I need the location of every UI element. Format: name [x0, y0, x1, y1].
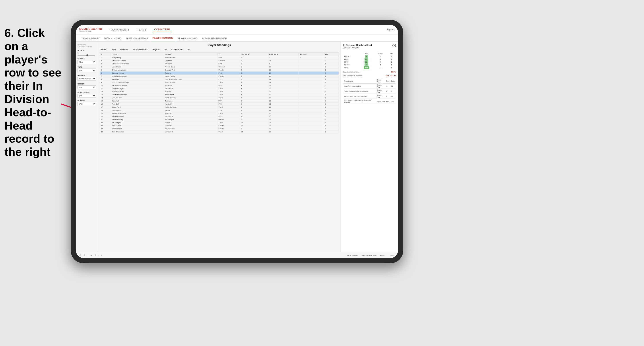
tour-pos: 2: [386, 94, 390, 99]
table-row[interactable]: 7 Nicholas Gabrelcik North Florida Fourt…: [100, 75, 339, 78]
cell-rds: [298, 112, 324, 115]
cell-player: Jake Hall: [111, 100, 164, 103]
h2h-row: 11-25 20 9 5: [343, 58, 396, 61]
cell-player: Tiger Christensen: [111, 112, 164, 115]
app-container: SCOREBOARD Powered by clippi TOURNAMENTS…: [76, 25, 398, 258]
filter-division-value: NCAA Division I: [133, 48, 148, 51]
undo-button[interactable]: ↺: [78, 254, 82, 257]
table-row[interactable]: 12 Brendan Valdes Auburn Third 7 20 0: [100, 90, 339, 93]
cell-conf: 24: [268, 124, 298, 127]
rds-slider-track[interactable]: [78, 55, 95, 55]
tour-col-pos: Pos: [386, 78, 390, 84]
tour-col-score: Score: [390, 78, 396, 84]
update-time-label: Update time:: [78, 44, 96, 46]
cell-school: Auburn: [164, 90, 218, 93]
nav-item-tournaments[interactable]: TOURNAMENTS: [108, 27, 131, 32]
cell-reg: 1: [240, 75, 268, 78]
sub-nav-player-h2h-heatmap[interactable]: PLAYER H2H HEATMAP: [200, 36, 229, 41]
h2h-row: 26-50 22 4 1: [343, 61, 396, 63]
cell-reg: 7: [240, 90, 268, 93]
save-custom-button[interactable]: Save Custom View: [361, 254, 377, 257]
table-row[interactable]: 6 Jackson Koivun Auburn First 2 28 0: [100, 72, 339, 75]
panel-title-container: In Division Head-to-Head Jackson Koivun: [343, 44, 372, 51]
table-row[interactable]: 18 Luke Powell UCLA First 8 24 1: [100, 109, 339, 112]
nav-item-committee[interactable]: COMMITTEE: [152, 27, 172, 32]
cell-win: 1: [324, 131, 339, 134]
cell-win: 1: [324, 121, 339, 124]
gender-select[interactable]: Men: [78, 60, 96, 64]
paste-button[interactable]: ⎘: [94, 254, 97, 257]
cell-conf: 23: [268, 96, 298, 100]
table-title: Player Standings: [100, 43, 339, 47]
cell-rds: [298, 127, 324, 131]
cell-rds: [298, 118, 324, 121]
table-row[interactable]: 23 Jack Lundin Missouri Fourth 11 24 1: [100, 124, 339, 127]
sub-nav-team-h2h-heatmap[interactable]: TEAM H2H HEATMAP: [124, 36, 150, 41]
table-row[interactable]: 20 Matthew Riedel Vanderbilt Fifth 9 25 …: [100, 115, 339, 118]
table-row[interactable]: 2 Michael La Sasso Ole Miss Second 1 18 …: [100, 59, 339, 62]
filter-gender-label: Gender:: [100, 48, 108, 51]
cell-num: 14: [100, 96, 111, 100]
region-select[interactable]: N/A: [78, 85, 96, 89]
sub-nav-player-h2h-grid[interactable]: PLAYER H2H GRID: [176, 36, 200, 41]
share-button[interactable]: Share: [389, 254, 396, 257]
rds-slider-thumb[interactable]: [86, 54, 88, 56]
division-select[interactable]: NCAA Division I: [78, 77, 96, 81]
player-select[interactable]: (All): [78, 102, 96, 106]
nav-item-teams[interactable]: TEAMS: [136, 27, 148, 32]
col-player: Player: [111, 53, 164, 56]
cell-num: 17: [100, 106, 111, 109]
close-panel-button[interactable]: ✕: [392, 44, 396, 47]
cell-school: Missouri: [164, 124, 218, 127]
cell-conf: 23: [268, 112, 298, 115]
table-row[interactable]: 9 Preston Summerhays Arizona State Third…: [100, 81, 339, 84]
redo-button[interactable]: ↻: [83, 254, 86, 257]
cell-player: Gordon Sargent: [111, 87, 164, 90]
sub-nav-player-summary[interactable]: PLAYER SUMMARY: [150, 36, 176, 41]
cell-school: Ole Miss: [164, 59, 218, 62]
table-row[interactable]: 10 Jacob Mau-Olesen Arkansas Fifth 4 23 …: [100, 84, 339, 87]
table-row[interactable]: 25 Cole Sherwood Vanderbilt Third 12 23 …: [100, 131, 339, 134]
cell-school: Washington: [164, 118, 218, 121]
cell-yr: Third: [218, 96, 240, 100]
sub-nav-team-h2h-grid[interactable]: TEAM H2H GRID: [102, 36, 124, 41]
refresh-button[interactable]: ⟳: [100, 254, 104, 257]
table-row[interactable]: 14 Maxwell Ford North Carolina Third 8 2…: [100, 96, 339, 100]
table-row[interactable]: 3 Michael Thorbjornsen Stanford First 1 …: [100, 62, 339, 65]
sign-out-button[interactable]: Sign out: [386, 28, 395, 31]
record-label: W-L-T record in-division:: [343, 75, 362, 77]
division-label: Division: [78, 74, 96, 76]
cell-player: Preston Summerhays: [111, 81, 164, 84]
opponents-value: 98.1%: [391, 71, 396, 73]
table-row[interactable]: 17 David Ford North Carolina Third 9 21 …: [100, 106, 339, 109]
cell-yr: Fourth: [218, 118, 240, 121]
view-original-button[interactable]: View: Original: [346, 254, 359, 257]
cell-player: Nicholas Gabrelcik: [111, 75, 164, 78]
table-row[interactable]: 1 Wenyi Ding Arizona State First 1 1 8 1: [100, 56, 339, 59]
table-row[interactable]: 16 Alex Goff Kentucky Fifth 8 19 0: [100, 103, 339, 106]
no-rds-value: 6: [78, 52, 96, 54]
cell-num: 18: [100, 109, 111, 112]
table-row[interactable]: 22 Ian Gilligan Florida Third 10 24 1: [100, 121, 339, 124]
h2h-table: Win Loss Tie Top 10 8 3 2 11-25 20 9 5 2…: [343, 52, 396, 69]
table-row[interactable]: 13 Phichaksn Maichon Texas A&M Third 6 3…: [100, 93, 339, 96]
sub-nav-team-summary[interactable]: TEAM SUMMARY: [79, 36, 102, 41]
year-select[interactable]: (All): [78, 69, 96, 72]
watch-button[interactable]: Watch ▾: [379, 254, 387, 257]
table-row[interactable]: 19 Tiger Christensen Arizona Third 8 23 …: [100, 112, 339, 115]
table-row[interactable]: 8 Mats Ege East Tennessee State Fifth 1 …: [100, 78, 339, 81]
col-reg-rank: Reg Rank: [240, 53, 268, 56]
table-row[interactable]: 21 Taehoon Song Washington Fourth 6 23 1: [100, 118, 339, 121]
cell-win: 1: [324, 109, 339, 112]
cell-win: 1: [324, 124, 339, 127]
h2h-loss: 3: [374, 55, 387, 58]
table-row[interactable]: 24 Bastien Amat New Mexico Fourth 1 27 2: [100, 127, 339, 131]
table-row[interactable]: 4 Luke Claton Florida State Second 1 27 …: [100, 65, 339, 69]
copy-button[interactable]: ⧉: [90, 254, 93, 257]
table-row[interactable]: 5 Christo Lamprecht Georgia Tech Fourth …: [100, 69, 339, 72]
table-row[interactable]: 15 Jake Hall Tennessee Fifth 6 22 0: [100, 100, 339, 103]
cell-school: Kentucky: [164, 103, 218, 106]
conference-select[interactable]: (All): [78, 94, 96, 98]
table-row[interactable]: 11 Gordon Sargent Vanderbilt Third 4 21 …: [100, 87, 339, 90]
sub-nav: TEAM SUMMARY TEAM H2H GRID TEAM H2H HEAT…: [76, 34, 398, 41]
